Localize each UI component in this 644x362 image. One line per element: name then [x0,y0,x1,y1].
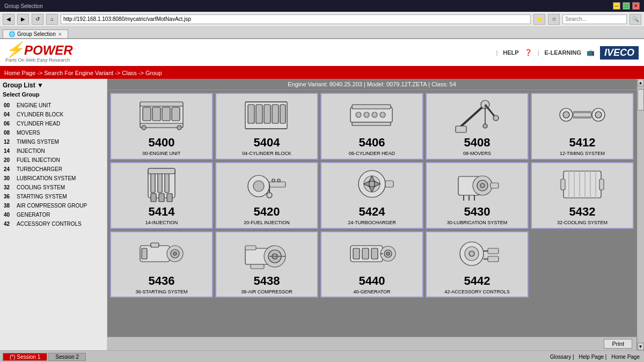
print-button[interactable]: Print [604,339,632,349]
session-tabs: (*) Session 1 Session 2 [0,352,89,362]
sidebar-item-air-compressor-group[interactable]: 38AIR COMPRESSOR GROUP [3,201,104,210]
items-grid-scroll[interactable]: 540000-ENGINE UNIT 540404-CYLINDER BLOCK [107,90,636,337]
part-image-5404 [243,96,291,134]
part-image-5408 [453,96,501,134]
minimize-button[interactable]: ─ [613,2,620,10]
search-input[interactable] [562,14,627,24]
svg-rect-42 [165,171,169,193]
search-go-button[interactable]: ⭐ [533,14,545,25]
grid-item-number-5432: 5432 [569,205,596,219]
grid-item-5414[interactable]: 541414-INJECTION [110,162,213,229]
svg-rect-46 [167,194,172,202]
sidebar-item-cooling-system[interactable]: 32COOLING SYSTEM [3,183,104,192]
scroll-thumb[interactable] [638,89,644,110]
back-button[interactable]: ◀ [3,14,14,25]
svg-rect-23 [352,122,391,125]
print-bar: Print [107,337,636,350]
help-icon: ❓ [524,49,532,56]
sidebar-item-lubrication-system[interactable]: 30LUBRICATION SYSTEM [3,174,104,183]
svg-rect-14 [280,105,286,123]
grid-item-number-5406: 5406 [359,136,385,150]
svg-rect-44 [151,194,156,202]
svg-rect-36 [573,113,591,117]
grid-item-number-5420: 5420 [254,205,280,219]
grid-item-5438[interactable]: 543838-AIR COMPRESSOR [215,231,318,298]
grid-item-5432[interactable]: 543232-COOLING SYSTEM [531,162,634,229]
grid-item-5442[interactable]: 544242-ACCESSORY CONTROLS [426,231,529,298]
session2-tab[interactable]: Session 2 [48,353,86,361]
grid-item-5436[interactable]: 543636-STARTING SYSTEM [110,231,213,298]
forward-button[interactable]: ▶ [17,14,29,25]
svg-rect-81 [142,248,147,259]
close-button[interactable]: ✕ [632,2,640,10]
part-image-5400 [137,96,186,134]
sidebar-item-engine-unit[interactable]: 00ENGINE UNIT [3,101,104,110]
grid-item-5408[interactable]: 540808-MOVERS [426,93,529,160]
search-submit-button[interactable]: 🔍 [630,14,641,25]
svg-rect-10 [248,105,254,123]
active-tab[interactable]: 🌐 Group Selection ✕ [3,29,68,38]
grid-item-label-5430: 30-LUBRICATION SYSTEM [447,220,507,226]
tab-close-icon[interactable]: ✕ [58,32,62,37]
sidebar-item-movers[interactable]: 08MOVERS [3,128,104,137]
grid-item-number-5438: 5438 [254,274,280,288]
grid-item-5406[interactable]: 540606-CYLINDER HEAD [320,93,423,160]
sidebar-item-cylinder-block[interactable]: 04CYLINDER BLOCK [3,110,104,119]
help-page-link[interactable]: Help Page [579,354,604,360]
grid-item-5412[interactable]: 541212-TIMING SYSTEM [531,93,634,160]
scrollbar[interactable]: ▲ ▼ [636,79,644,350]
maximize-button[interactable]: □ [623,2,630,10]
svg-point-92 [386,252,390,255]
elearning-link[interactable]: E-LEARNING [545,49,581,56]
home-page-link[interactable]: Home Page [611,354,640,360]
part-image-5440 [348,234,396,272]
sidebar-item-cylinder-head[interactable]: 06CYLINDER HEAD [3,119,104,128]
svg-point-21 [372,112,377,117]
svg-point-33 [563,112,569,118]
glossary-link[interactable]: Glossary [550,354,571,360]
sidebar-item-turbocharger[interactable]: 24TURBOCHARGER [3,165,104,174]
sidebar-item-starting-system[interactable]: 36STARTING SYSTEM [3,192,104,201]
sidebar-item-accessory-controls[interactable]: 42ACCESSORY CONTROLS [3,219,104,228]
grid-item-5400[interactable]: 540000-ENGINE UNIT [110,93,213,160]
session1-tab[interactable]: (*) Session 1 [3,353,47,361]
grid-item-number-5440: 5440 [359,274,385,288]
grid-item-label-5432: 32-COOLING SYSTEM [557,220,608,226]
sidebar-item-fuel-injection[interactable]: 20FUEL INJECTION [3,156,104,165]
sidebar-item-generator[interactable]: 40GENERATOR [3,210,104,219]
part-image-5442 [453,234,501,272]
svg-rect-101 [488,256,499,262]
header-right: | HELP ❓ | E-LEARNING 📺 IVECO [496,46,639,60]
part-image-5420 [243,165,291,203]
svg-point-19 [356,112,361,117]
scroll-down-button[interactable]: ▼ [638,343,644,350]
svg-point-28 [493,115,499,121]
grid-item-number-5436: 5436 [149,274,175,288]
scroll-up-button[interactable]: ▲ [638,79,644,86]
group-list-title: Group List ▼ [3,82,104,89]
grid-item-label-5442: 42-ACCESSORY CONTROLS [444,289,510,295]
home-nav-button[interactable]: ⌂ [46,14,58,25]
favorites-button[interactable]: ☆ [548,14,560,25]
address-bar[interactable] [61,14,531,24]
svg-point-22 [380,112,385,117]
grid-item-5430[interactable]: 543030-LUBRICATION SYSTEM [426,162,529,229]
grid-item-5420[interactable]: 542020-FUEL INJECTION [215,162,318,229]
sidebar-item-timing-system[interactable]: 12TIMING SYSTEM [3,137,104,146]
sidebar-item-injection[interactable]: 14INJECTION [3,146,104,156]
content-area: Engine Variant: 8040.25.203 | Model: 007… [107,79,636,350]
help-link[interactable]: HELP [503,49,518,56]
grid-item-5440[interactable]: 544040-GENERATOR [320,231,423,298]
svg-point-48 [253,181,264,191]
refresh-button[interactable]: ↺ [32,14,43,25]
elearning-icon: 📺 [587,49,595,56]
svg-rect-13 [272,105,279,123]
svg-rect-26 [456,126,466,132]
grid-item-label-5404: 04-CYLINDER BLOCK [242,151,291,157]
browser-titlebar: Group Selection ─ □ ✕ [0,0,644,12]
grid-item-5424[interactable]: 542424-TURBOCHARGER [320,162,423,229]
grid-item-5404[interactable]: 540404-CYLINDER BLOCK [215,93,318,160]
content-header-bar: Engine Variant: 8040.25.203 | Model: 007… [107,79,636,90]
svg-line-24 [458,105,485,129]
grid-item-label-5436: 36-STARTING SYSTEM [135,289,187,295]
